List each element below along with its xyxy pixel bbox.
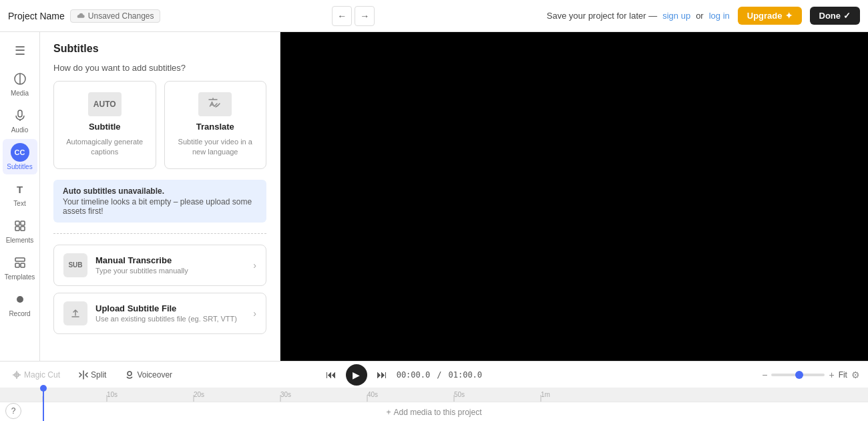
sidebar-item-settings[interactable]: ☰ <box>3 37 37 64</box>
manual-transcribe-icon: SUB <box>63 253 87 277</box>
upgrade-button[interactable]: Upgrade ✦ <box>738 7 802 25</box>
cloud-icon <box>76 11 85 21</box>
upload-subtitle-desc: Use an existing subtitles file (eg. SRT,… <box>95 315 245 323</box>
toolbar: Magic Cut Split Voiceover ⏮ ▶ ⏭ 00:00.0 … <box>0 362 868 388</box>
done-label: Done <box>819 11 841 21</box>
video-preview-area <box>280 32 868 361</box>
info-title: Auto subtitles unavailable. <box>63 186 257 196</box>
topbar-left: Project Name Unsaved Changes <box>8 9 160 23</box>
star-icon: ✦ <box>785 11 793 21</box>
redo-button[interactable]: → <box>355 6 375 26</box>
subtitle-option-label: Subtitle <box>89 122 121 132</box>
upload-subtitle-title: Upload Subtitle File <box>95 303 245 313</box>
nav-arrows: ← → <box>332 6 375 26</box>
svg-rect-7 <box>21 227 25 231</box>
upload-subtitle-text: Upload Subtitle File Use an existing sub… <box>95 303 245 323</box>
text-label: Text <box>13 200 25 207</box>
timeline-settings-button[interactable]: ⚙ <box>851 370 860 380</box>
subtitle-auto-card[interactable]: AUTO Subtitle Automagically generate cap… <box>53 81 156 169</box>
record-label: Record <box>9 310 30 317</box>
unsaved-text: Unsaved Changes <box>88 11 154 21</box>
manual-transcribe-desc: Type your subtitles manually <box>95 267 245 275</box>
svg-point-13 <box>128 372 132 376</box>
cursor-head <box>40 385 47 392</box>
subtitles-label: Subtitles <box>7 163 32 170</box>
audio-label: Audio <box>11 126 29 134</box>
sidebar-item-record[interactable]: Record <box>3 286 37 321</box>
subtitle-option-desc: Automagically generate captions <box>62 137 148 158</box>
translate-svg-icon <box>207 96 223 112</box>
voiceover-label: Voiceover <box>137 370 172 380</box>
zoom-thumb[interactable] <box>795 371 803 379</box>
hamburger-icon: ☰ <box>11 41 29 60</box>
transport-controls: ⏮ ▶ ⏭ 00:00.0 / 01:00.0 <box>322 364 482 386</box>
zoom-controls: − + Fit ⚙ <box>762 370 860 380</box>
time-total: 01:00.0 <box>448 370 482 380</box>
svg-rect-10 <box>21 263 25 267</box>
timeline-track: + Add media to this project <box>0 402 868 421</box>
info-box: Auto subtitles unavailable. Your timelin… <box>53 180 266 223</box>
sign-up-link[interactable]: sign up <box>662 11 690 21</box>
skip-back-button[interactable]: ⏮ <box>322 366 341 384</box>
zoom-in-button[interactable]: + <box>829 370 834 380</box>
time-current: 00:00.0 <box>397 370 431 380</box>
sidebar-item-media[interactable]: Media <box>3 65 37 101</box>
zoom-out-button[interactable]: − <box>762 370 767 380</box>
magic-cut-icon <box>12 370 21 380</box>
translate-icon-box <box>198 92 232 116</box>
done-button[interactable]: Done ✓ <box>810 7 861 25</box>
add-media-label: Add media to this project <box>393 408 481 417</box>
svg-rect-2 <box>18 110 22 117</box>
topbar-right: Save your project for later — sign up or… <box>547 11 730 21</box>
elements-label: Elements <box>6 237 34 244</box>
translate-option-label: Translate <box>196 122 234 132</box>
subtitle-options: AUTO Subtitle Automagically generate cap… <box>40 81 280 180</box>
manual-transcribe-card[interactable]: SUB Manual Transcribe Type your subtitle… <box>53 245 266 286</box>
sidebar-item-elements[interactable]: Elements <box>3 213 37 248</box>
sidebar-item-audio[interactable]: Audio <box>3 102 37 138</box>
or-text: or <box>696 11 704 21</box>
fit-button[interactable]: Fit <box>839 370 847 380</box>
split-label: Split <box>91 370 106 380</box>
panel-question: How do you want to add subtitles? <box>40 60 280 81</box>
media-icon <box>11 69 29 88</box>
templates-label: Templates <box>5 273 35 281</box>
video-canvas <box>280 32 868 361</box>
sidebar-item-templates[interactable]: Templates <box>3 249 37 285</box>
timeline: | 10s 20s 30s 40s 50s 1m + Add media to … <box>0 388 868 421</box>
skip-forward-button[interactable]: ⏭ <box>373 366 391 384</box>
main-area: ☰ Media Audio CC Subtitles T Text Eleme <box>0 32 868 361</box>
subtitle-translate-card[interactable]: Translate Subtitle your video in a new l… <box>164 81 267 169</box>
timeline-cursor[interactable] <box>43 388 44 421</box>
upload-subtitle-card[interactable]: Upload Subtitle File Use an existing sub… <box>53 293 266 334</box>
sidebar-item-subtitles[interactable]: CC Subtitles <box>3 139 37 174</box>
bottom-bar: Magic Cut Split Voiceover ⏮ ▶ ⏭ 00:00.0 … <box>0 361 868 421</box>
zoom-slider[interactable] <box>771 374 825 376</box>
sidebar-item-text[interactable]: T Text <box>3 176 37 211</box>
audio-icon <box>11 106 29 125</box>
split-button[interactable]: Split <box>75 368 110 382</box>
chevron-right-icon-2: › <box>253 308 256 319</box>
translate-option-desc: Subtitle your video in a new language <box>173 137 258 158</box>
undo-button[interactable]: ← <box>332 6 352 26</box>
play-button[interactable]: ▶ <box>346 364 367 386</box>
upgrade-label: Upgrade <box>747 11 783 21</box>
split-icon <box>79 370 88 380</box>
add-media-button[interactable]: + Add media to this project <box>386 408 481 417</box>
timeline-ruler: | 10s 20s 30s 40s 50s 1m <box>0 388 868 402</box>
topbar: Project Name Unsaved Changes ← → Save yo… <box>0 0 868 32</box>
panel-title: Subtitles <box>40 32 280 60</box>
unsaved-badge: Unsaved Changes <box>70 9 160 23</box>
text-icon: T <box>11 180 29 198</box>
divider <box>53 233 266 234</box>
voiceover-button[interactable]: Voiceover <box>121 368 176 382</box>
auto-icon-box: AUTO <box>88 92 122 116</box>
plus-icon: + <box>386 408 391 417</box>
log-in-link[interactable]: log in <box>709 11 730 21</box>
svg-rect-4 <box>15 221 19 225</box>
media-label: Media <box>11 90 29 97</box>
help-button[interactable]: ? <box>5 403 21 419</box>
svg-rect-8 <box>15 258 25 261</box>
svg-rect-5 <box>21 221 25 225</box>
magic-cut-button[interactable]: Magic Cut <box>8 368 64 382</box>
